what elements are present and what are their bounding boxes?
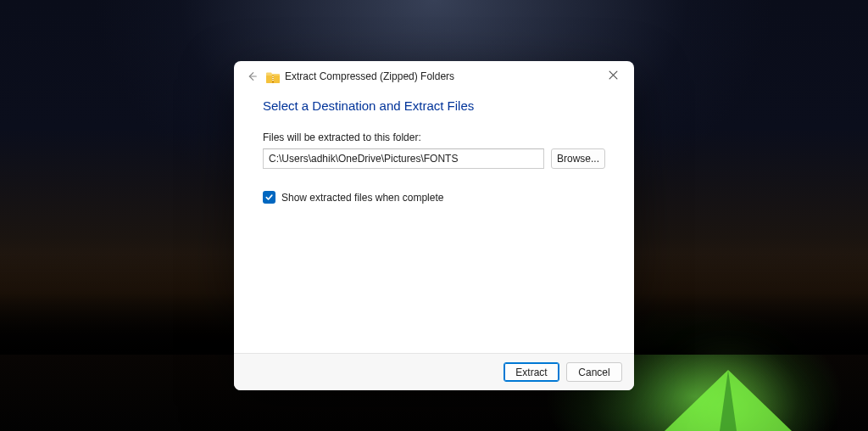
back-button[interactable] — [242, 67, 261, 86]
show-extracted-checkbox-label: Show extracted files when complete — [281, 192, 443, 204]
extract-button[interactable]: Extract — [504, 362, 559, 382]
zipped-folder-icon — [266, 71, 280, 82]
destination-row: Browse... — [263, 148, 605, 169]
destination-field-label: Files will be extracted to this folder: — [263, 132, 605, 143]
dialog-footer: Extract Cancel — [234, 353, 634, 390]
dialog-titlebar: Extract Compressed (Zipped) Folders — [234, 61, 634, 92]
browse-button[interactable]: Browse... — [551, 148, 605, 169]
close-button[interactable] — [597, 62, 629, 87]
show-extracted-checkbox-row[interactable]: Show extracted files when complete — [263, 191, 605, 204]
dialog-body: Select a Destination and Extract Files F… — [234, 92, 634, 353]
dialog-heading: Select a Destination and Extract Files — [263, 98, 605, 113]
wallpaper-tent — [665, 363, 792, 431]
checkmark-icon — [264, 193, 274, 202]
svg-rect-2 — [272, 76, 274, 77]
dialog-title: Extract Compressed (Zipped) Folders — [285, 70, 454, 82]
arrow-left-icon — [246, 70, 258, 82]
close-icon — [609, 70, 618, 80]
destination-path-input[interactable] — [263, 148, 544, 169]
cancel-button[interactable]: Cancel — [566, 362, 622, 382]
svg-rect-4 — [272, 80, 274, 81]
extract-zip-dialog: Extract Compressed (Zipped) Folders Sele… — [234, 61, 634, 390]
svg-rect-3 — [272, 78, 274, 79]
show-extracted-checkbox[interactable] — [263, 191, 275, 204]
